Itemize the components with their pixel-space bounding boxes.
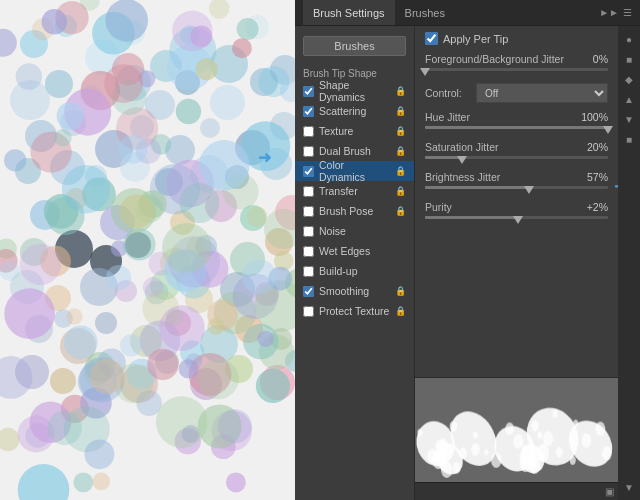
toolbar-icon-1[interactable]: ● xyxy=(620,30,638,48)
brightness-jitter-slider-container: ➜ xyxy=(425,186,608,193)
brush-pose-lock: 🔒 xyxy=(395,206,406,216)
toolbar-icon-2[interactable]: ■ xyxy=(620,50,638,68)
brush-settings-panel: Brush Settings Brushes ►► ☰ Brushes Brus… xyxy=(295,0,640,500)
saturation-jitter-thumb[interactable] xyxy=(457,156,467,164)
brush-item-transfer[interactable]: Transfer 🔒 xyxy=(295,181,414,201)
brush-pose-checkbox[interactable] xyxy=(303,206,314,217)
texture-label: Texture xyxy=(319,125,390,137)
tab-brushes[interactable]: Brushes xyxy=(395,0,455,25)
toolbar-icon-6[interactable]: ■ xyxy=(620,130,638,148)
hue-jitter-thumb[interactable] xyxy=(603,126,613,134)
toolbar-icon-4[interactable]: ▲ xyxy=(620,90,638,108)
scattering-lock: 🔒 xyxy=(395,106,406,116)
color-dynamics-label: Color Dynamics xyxy=(319,159,390,183)
noise-checkbox[interactable] xyxy=(303,226,314,237)
purity-thumb[interactable] xyxy=(513,216,523,224)
saturation-jitter-row: Saturation Jitter 20% xyxy=(425,141,608,153)
dual-brush-lock: 🔒 xyxy=(395,146,406,156)
brightness-jitter-label: Brightness Jitter xyxy=(425,171,500,183)
hue-jitter-value: 100% xyxy=(573,111,608,123)
brush-item-scattering[interactable]: Scattering 🔒 xyxy=(295,101,414,121)
smoothing-label: Smoothing xyxy=(319,285,390,297)
apply-per-tip-row: Apply Per Tip xyxy=(425,32,608,45)
brightness-jitter-thumb[interactable] xyxy=(524,186,534,194)
panel-menu-icon[interactable]: ☰ xyxy=(623,7,632,18)
brush-item-wet-edges[interactable]: Wet Edges xyxy=(295,241,414,261)
transfer-label: Transfer xyxy=(319,185,390,197)
brush-item-build-up[interactable]: Build-up xyxy=(295,261,414,281)
hue-jitter-fill xyxy=(425,126,608,129)
fg-bg-jitter-value: 0% xyxy=(573,53,608,65)
fg-bg-jitter-thumb[interactable] xyxy=(420,68,430,76)
purity-value: +2% xyxy=(573,201,608,213)
brush-item-dual-brush[interactable]: Dual Brush 🔒 xyxy=(295,141,414,161)
build-up-checkbox[interactable] xyxy=(303,266,314,277)
color-dynamics-lock: 🔒 xyxy=(395,166,406,176)
texture-checkbox[interactable] xyxy=(303,126,314,137)
brightness-jitter-track[interactable] xyxy=(425,186,608,189)
brush-item-shape-dynamics[interactable]: Shape Dynamics 🔒 xyxy=(295,81,414,101)
canvas-area: ➜ xyxy=(0,0,295,500)
brush-pose-label: Brush Pose xyxy=(319,205,390,217)
brightness-jitter-fill xyxy=(425,186,529,189)
purity-fill xyxy=(425,216,518,219)
toolbar-icon-7[interactable]: ▼ xyxy=(620,478,638,496)
panel-tab-bar: Brush Settings Brushes ►► ☰ xyxy=(295,0,640,26)
brush-item-brush-pose[interactable]: Brush Pose 🔒 xyxy=(295,201,414,221)
hue-jitter-label: Hue Jitter xyxy=(425,111,470,123)
brush-main-body: Brushes Brush Tip Shape Shape Dynamics 🔒… xyxy=(295,26,640,500)
dual-brush-label: Dual Brush xyxy=(319,145,390,157)
wet-edges-checkbox[interactable] xyxy=(303,246,314,257)
wet-edges-label: Wet Edges xyxy=(319,245,406,257)
brush-preview-area xyxy=(415,377,618,482)
noise-label: Noise xyxy=(319,225,406,237)
brush-item-noise[interactable]: Noise xyxy=(295,221,414,241)
transfer-lock: 🔒 xyxy=(395,186,406,196)
hue-jitter-row: Hue Jitter 100% xyxy=(425,111,608,123)
expand-icon[interactable]: ▣ xyxy=(605,486,614,497)
scattering-checkbox[interactable] xyxy=(303,106,314,117)
brush-item-color-dynamics[interactable]: Color Dynamics 🔒 xyxy=(295,161,414,181)
hue-jitter-slider-container xyxy=(425,126,608,133)
purity-slider-container xyxy=(425,216,608,223)
settings-column: Apply Per Tip Foreground/Background Jitt… xyxy=(415,26,618,500)
panel-expand-icon[interactable]: ►► xyxy=(599,7,619,18)
panel-tab-icons: ►► ☰ xyxy=(599,7,632,18)
hue-jitter-track[interactable] xyxy=(425,126,608,129)
saturation-jitter-track[interactable] xyxy=(425,156,608,159)
brush-item-protect-texture[interactable]: Protect Texture 🔒 xyxy=(295,301,414,321)
apply-per-tip-checkbox[interactable] xyxy=(425,32,438,45)
shape-dynamics-checkbox[interactable] xyxy=(303,86,314,97)
smoothing-checkbox[interactable] xyxy=(303,286,314,297)
fg-bg-jitter-row: Foreground/Background Jitter 0% xyxy=(425,53,608,65)
brush-item-texture[interactable]: Texture 🔒 xyxy=(295,121,414,141)
saturation-jitter-value: 20% xyxy=(573,141,608,153)
control-row: Control: Off Fade Pen Pressure Pen Tilt … xyxy=(425,83,608,103)
purity-track[interactable] xyxy=(425,216,608,219)
fg-bg-jitter-track[interactable] xyxy=(425,68,608,71)
brightness-jitter-row: Brightness Jitter 57% xyxy=(425,171,608,183)
brush-list-sidebar: Brushes Brush Tip Shape Shape Dynamics 🔒… xyxy=(295,26,415,500)
dual-brush-checkbox[interactable] xyxy=(303,146,314,157)
color-dynamics-settings: Apply Per Tip Foreground/Background Jitt… xyxy=(415,26,618,377)
fg-bg-jitter-slider-container xyxy=(425,68,608,75)
purity-row: Purity +2% xyxy=(425,201,608,213)
brightness-jitter-value: 57% xyxy=(573,171,608,183)
transfer-checkbox[interactable] xyxy=(303,186,314,197)
scattering-label: Scattering xyxy=(319,105,390,117)
protect-texture-checkbox[interactable] xyxy=(303,306,314,317)
brush-item-smoothing[interactable]: Smoothing 🔒 xyxy=(295,281,414,301)
shape-dynamics-lock: 🔒 xyxy=(395,86,406,96)
control-label: Control: xyxy=(425,87,470,99)
blue-arrow-brightness: ➜ xyxy=(614,178,618,194)
color-dynamics-checkbox[interactable] xyxy=(303,166,314,177)
toolbar-icon-5[interactable]: ▼ xyxy=(620,110,638,128)
protect-texture-lock: 🔒 xyxy=(395,306,406,316)
fg-bg-jitter-label: Foreground/Background Jitter xyxy=(425,53,564,65)
control-select[interactable]: Off Fade Pen Pressure Pen Tilt Stylus Wh… xyxy=(476,83,608,103)
toolbar-icon-3[interactable]: ◆ xyxy=(620,70,638,88)
purity-label: Purity xyxy=(425,201,452,213)
tab-brush-settings[interactable]: Brush Settings xyxy=(303,0,395,25)
protect-texture-label: Protect Texture xyxy=(319,305,390,317)
brushes-header-button[interactable]: Brushes xyxy=(303,36,406,56)
